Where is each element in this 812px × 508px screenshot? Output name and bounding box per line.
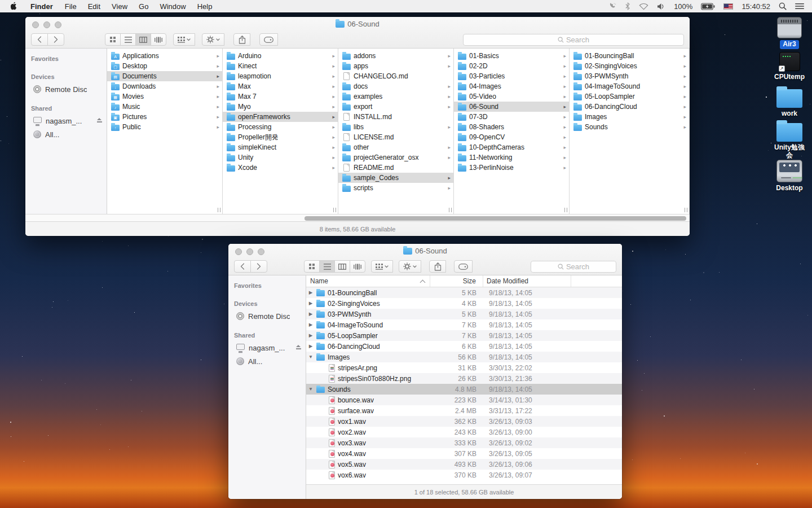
column-item[interactable]: 03-Particles ▸ [454, 71, 569, 81]
spotlight-icon[interactable] [779, 2, 787, 10]
column-item[interactable]: 06-DancingCloud ▸ [570, 102, 689, 112]
column-item[interactable]: projectGenerator_osx ▸ [338, 152, 453, 163]
tag-button[interactable] [259, 33, 278, 46]
column-item[interactable]: INSTALL.md ▸ [338, 112, 453, 122]
column-item[interactable]: Kinect ▸ [223, 61, 338, 71]
column-item[interactable]: scripts ▸ [338, 183, 453, 193]
table-row[interactable]: bounce.wav 223 KB 3/14/13, 01:30 [306, 395, 622, 405]
bluetooth-icon[interactable] [625, 2, 630, 10]
desktop-icon[interactable]: ↗ work [768, 87, 811, 119]
table-row[interactable]: surface.wav 2.4 MB 3/31/13, 17:22 [306, 405, 622, 416]
arrange-button[interactable] [371, 260, 393, 273]
column-item[interactable]: 10-DepthCameras ▸ [454, 142, 569, 152]
column-item[interactable]: 04-Images ▸ [454, 81, 569, 91]
desktop-icon[interactable]: ↗ Unity勉強会 [768, 121, 811, 160]
column-item[interactable]: ▣ Pictures ▸ [107, 112, 222, 122]
wifi-icon[interactable] [639, 3, 648, 10]
table-row[interactable]: 05-LoopSampler 7 KB 9/18/13, 14:05 [306, 330, 622, 341]
menu-item[interactable]: File [59, 0, 82, 12]
column-item[interactable]: ▦ Movies ▸ [107, 91, 222, 102]
column-item[interactable]: Processing ▸ [223, 122, 338, 132]
column-header-name[interactable]: Name [306, 275, 430, 287]
column-item[interactable]: simpleKinect ▸ [223, 142, 338, 152]
sidebar-item[interactable]: nagasm_... [25, 114, 107, 128]
menu-item[interactable]: Go [133, 0, 154, 12]
desktop-icon[interactable]: ↗ Desktop [768, 160, 811, 193]
sidebar-item[interactable]: Devices [25, 71, 107, 82]
menu-item[interactable]: Finder [24, 0, 59, 12]
search-input[interactable]: Search [531, 261, 616, 273]
menu-item[interactable]: Edit [82, 0, 106, 12]
column-item[interactable]: Propeller開発 ▸ [223, 132, 338, 142]
column-header-date[interactable]: Date Modified [483, 275, 571, 287]
column-item[interactable]: ♪ Music ▸ [107, 102, 222, 112]
column-resize-handle[interactable] [685, 208, 687, 212]
action-gear-button[interactable] [202, 33, 224, 46]
column-item[interactable]: README.md ▸ [338, 163, 453, 173]
forward-button[interactable] [250, 260, 267, 273]
search-input[interactable]: Search [463, 34, 684, 46]
menu-item[interactable]: View [106, 0, 133, 12]
column-item[interactable]: 02-2D ▸ [454, 61, 569, 71]
column-item[interactable]: 03-PWMSynth ▸ [570, 71, 689, 81]
menu-clock[interactable]: 15:40:52 [742, 2, 770, 11]
column-item[interactable]: ▢ Desktop ▸ [107, 61, 222, 71]
back-button[interactable] [31, 33, 48, 46]
sidebar-item[interactable]: nagasm_... [228, 341, 306, 354]
column-item[interactable]: 04-ImageToSound ▸ [570, 81, 689, 91]
tag-button[interactable] [454, 260, 473, 273]
column-item[interactable]: sample_Codes ▸ [338, 173, 453, 183]
phone-icon[interactable] [608, 2, 617, 10]
column-item[interactable]: LICENSE.md ▸ [338, 132, 453, 142]
scrollbar-thumb[interactable] [304, 216, 686, 221]
sidebar-item[interactable]: Favorites [228, 280, 306, 291]
table-row[interactable]: vox1.wav 362 KB 3/26/13, 09:03 [306, 416, 622, 427]
disclosure-triangle-icon[interactable] [306, 290, 315, 295]
sidebar-item[interactable]: All... [25, 128, 107, 141]
table-row[interactable]: vox2.wav 243 KB 3/26/13, 09:00 [306, 427, 622, 437]
share-button[interactable] [233, 33, 250, 46]
column-item[interactable]: examples ▸ [338, 91, 453, 102]
list-view-button[interactable] [120, 33, 136, 46]
sidebar-item[interactable]: All... [228, 354, 306, 368]
column-item[interactable]: 02-SingingVoices ▸ [570, 61, 689, 71]
column-item[interactable]: 11-Networking ▸ [454, 152, 569, 163]
column-item[interactable]: 05-LoopSampler ▸ [570, 91, 689, 102]
battery-charging-icon[interactable] [701, 3, 715, 10]
table-row[interactable]: 03-PWMSynth 5 KB 9/18/13, 14:05 [306, 309, 622, 319]
disclosure-triangle-icon[interactable] [306, 322, 315, 327]
arrange-button[interactable] [173, 33, 195, 46]
sidebar-item[interactable]: Devices [228, 298, 306, 309]
column-item[interactable]: Images ▸ [570, 112, 689, 122]
column-item[interactable]: export ▸ [338, 102, 453, 112]
desktop-icon[interactable]: ↗ CPUtemp [768, 52, 811, 82]
disclosure-triangle-icon[interactable] [306, 387, 315, 392]
column-view-button[interactable] [334, 260, 350, 273]
column-item[interactable]: docs ▸ [338, 81, 453, 91]
column-item[interactable]: 01-Basics ▸ [454, 51, 569, 61]
disclosure-triangle-icon[interactable] [306, 301, 315, 306]
eject-icon[interactable] [295, 345, 301, 351]
folder-proxy-icon[interactable] [403, 248, 412, 255]
column-item[interactable]: libs ▸ [338, 122, 453, 132]
column-item[interactable]: Max 7 ▸ [223, 91, 338, 102]
notification-center-icon[interactable] [795, 3, 804, 10]
column-item[interactable]: Arduino ▸ [223, 51, 338, 61]
sidebar-item[interactable]: Remote Disc [25, 82, 107, 96]
sidebar-item[interactable]: Shared [25, 103, 107, 114]
close-button[interactable] [32, 21, 39, 28]
zoom-button[interactable] [258, 248, 264, 255]
coverflow-view-button[interactable] [350, 260, 365, 273]
eject-icon[interactable] [96, 118, 102, 124]
table-row[interactable]: vox6.wav 370 KB 3/26/13, 09:07 [306, 470, 622, 480]
column-item[interactable]: A Applications ▸ [107, 51, 222, 61]
back-button[interactable] [234, 260, 251, 273]
table-row[interactable]: vox5.wav 493 KB 3/26/13, 09:06 [306, 459, 622, 470]
column-item[interactable]: 07-3D ▸ [454, 112, 569, 122]
disclosure-triangle-icon[interactable] [306, 333, 315, 338]
table-row[interactable]: 06-DancingCloud 6 KB 9/18/13, 14:05 [306, 341, 622, 352]
table-row[interactable]: vox3.wav 333 KB 3/26/13, 09:02 [306, 437, 622, 448]
column-header-size[interactable]: Size [430, 275, 483, 287]
column-item[interactable]: ▤ Documents ▸ [107, 71, 222, 81]
column-resize-handle[interactable] [449, 208, 452, 212]
